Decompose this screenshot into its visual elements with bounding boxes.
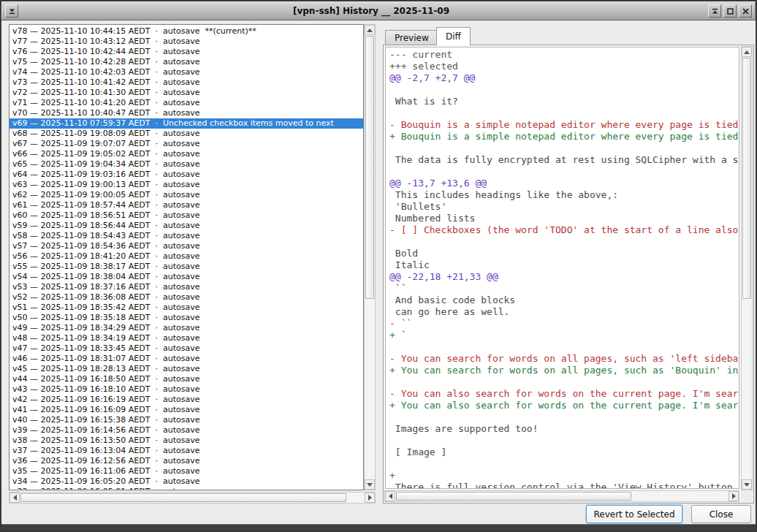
version-list-item-label: v36 — 2025-11-09 16:12:56 AEDT · autosav… [12,456,199,466]
diff-line-text: What is it? [389,96,458,107]
version-list-item[interactable]: v53 — 2025-11-09 18:37:16 AEDT · autosav… [9,282,363,292]
version-list-item[interactable]: v39 — 2025-11-09 16:14:56 AEDT · autosav… [9,425,363,436]
version-list-item[interactable]: v47 — 2025-11-09 18:33:45 AEDT · autosav… [9,343,363,354]
diff-line: + You can also search for words on the c… [389,400,739,411]
history-scroll-left-button[interactable] [9,493,20,503]
revert-to-selected-button[interactable]: Revert to Selected [586,505,682,523]
history-hscroll-thumb[interactable] [20,493,346,502]
version-list-item[interactable]: v72 — 2025-11-10 10:41:30 AEDT · autosav… [9,88,363,98]
version-list-item[interactable]: v35 — 2025-11-09 16:11:06 AEDT · autosav… [9,466,363,476]
diff-line-text: can go here as well. [389,306,509,317]
version-list-item[interactable]: v68 — 2025-11-09 19:08:09 AEDT · autosav… [9,129,363,139]
diff-line-text: - You can search for words on all pages,… [389,353,738,364]
diff-line-text: This includes headings like the above,: [389,189,618,200]
history-vscrollbar[interactable] [364,24,376,490]
scroll-up-icon [744,50,750,54]
shade-button[interactable] [708,4,721,18]
version-list-item[interactable]: v69 — 2025-11-10 07:59:37 AEDT · Uncheck… [9,118,363,129]
version-list-item[interactable]: v51 — 2025-11-09 18:35:42 AEDT · autosav… [9,303,363,313]
close-button[interactable] [739,4,752,18]
version-list-item[interactable]: v33 — 2025-11-09 16:05:01 AEDT · autosav… [9,487,363,490]
diff-line: Italic [389,259,739,271]
close-dialog-button[interactable]: Close [691,505,751,523]
version-list-item[interactable]: v40 — 2025-11-09 16:15:38 AEDT · autosav… [9,415,363,425]
version-list-item[interactable]: v67 — 2025-11-09 19:07:07 AEDT · autosav… [9,139,363,149]
diff-scroll-up-button[interactable] [742,47,752,57]
version-list[interactable]: v78 — 2025-11-10 10:44:15 AEDT · autosav… [9,24,364,490]
diff-line [389,84,739,96]
diff-scroll-left-button[interactable] [385,491,395,501]
version-list-item[interactable]: v61 — 2025-11-09 18:57:44 AEDT · autosav… [9,200,363,210]
diff-view[interactable]: --- current+++ selected@@ -2,7 +2,7 @@ W… [385,47,739,489]
diff-line-text: And basic code blocks [389,294,515,305]
version-list-item[interactable]: v64 — 2025-11-09 19:03:16 AEDT · autosav… [9,170,363,180]
version-list-item[interactable]: v50 — 2025-11-09 18:35:18 AEDT · autosav… [9,313,363,323]
diff-scroll-down-button[interactable] [742,479,752,490]
version-list-item[interactable]: v60 — 2025-11-09 18:56:51 AEDT · autosav… [9,210,363,221]
version-list-item[interactable]: v62 — 2025-11-09 19:00:05 AEDT · autosav… [9,190,363,200]
diff-line: [ Image ] [389,446,739,458]
version-list-item[interactable]: v34 — 2025-11-09 16:05:20 AEDT · autosav… [9,476,363,487]
version-list-item[interactable]: v73 — 2025-11-10 10:41:42 AEDT · autosav… [9,77,363,88]
diff-line-text: @@ -22,18 +21,33 @@ [389,271,498,282]
history-scroll-right-button[interactable] [365,493,375,503]
diff-line: Images are supported too! [389,423,739,435]
version-list-item[interactable]: v66 — 2025-11-09 19:05:02 AEDT · autosav… [9,149,363,159]
version-list-item[interactable]: v41 — 2025-11-09 16:16:09 AEDT · autosav… [9,405,363,415]
diff-hscroll-thumb[interactable] [396,492,631,501]
close-icon [742,7,750,15]
diff-hscrollbar[interactable] [384,490,739,502]
version-list-item[interactable]: v44 — 2025-11-09 16:18:50 AEDT · autosav… [9,374,363,384]
version-list-item[interactable]: v42 — 2025-11-09 16:16:19 AEDT · autosav… [9,395,363,405]
history-hscrollbar[interactable] [9,492,376,503]
diff-tab-panel: --- current+++ selected@@ -2,7 +2,7 @@ W… [383,45,754,503]
version-list-item[interactable]: v65 — 2025-11-09 19:04:34 AEDT · autosav… [9,159,363,170]
version-list-item[interactable]: v43 — 2025-11-09 16:18:10 AEDT · autosav… [9,384,363,395]
diff-vscroll-thumb[interactable] [742,58,751,299]
version-list-item[interactable]: v75 — 2025-11-10 10:42:28 AEDT · autosav… [9,57,363,67]
history-vscroll-thumb[interactable] [365,36,374,299]
scrollbar-corner [741,490,753,502]
diff-line: +++ selected [389,61,739,72]
history-scroll-down-button[interactable] [365,479,375,490]
history-scroll-up-button[interactable] [365,25,375,35]
version-list-item[interactable]: v77 — 2025-11-10 10:43:12 AEDT · autosav… [9,37,363,47]
version-list-item[interactable]: v57 — 2025-11-09 18:54:36 AEDT · autosav… [9,241,363,251]
version-list-item[interactable]: v54 — 2025-11-09 18:38:04 AEDT · autosav… [9,272,363,282]
version-list-item-label: v45 — 2025-11-09 18:28:13 AEDT · autosav… [12,364,199,373]
tab-preview[interactable]: Preview [385,30,438,45]
version-list-item[interactable]: v37 — 2025-11-09 16:13:04 AEDT · autosav… [9,446,363,456]
version-list-item[interactable]: v52 — 2025-11-09 18:36:08 AEDT · autosav… [9,292,363,303]
version-list-item[interactable]: v55 — 2025-11-09 18:38:17 AEDT · autosav… [9,262,363,272]
diff-line [389,166,739,178]
diff-vscrollbar[interactable] [741,46,753,490]
tab-diff[interactable]: Diff [436,27,471,45]
version-list-item[interactable]: v49 — 2025-11-09 18:34:29 AEDT · autosav… [9,323,363,333]
diff-line: And basic code blocks [389,294,739,306]
window-bottom-border [1,524,756,531]
version-list-item[interactable]: v45 — 2025-11-09 18:28:13 AEDT · autosav… [9,364,363,374]
version-list-item[interactable]: v74 — 2025-11-10 10:42:03 AEDT · autosav… [9,67,363,77]
version-list-item-label: v64 — 2025-11-09 19:03:16 AEDT · autosav… [12,170,199,179]
version-list-item[interactable]: v46 — 2025-11-09 18:31:07 AEDT · autosav… [9,354,363,364]
scroll-down-icon [367,483,373,487]
version-list-item[interactable]: v48 — 2025-11-09 18:34:19 AEDT · autosav… [9,333,363,343]
version-list-item-label: v41 — 2025-11-09 16:16:09 AEDT · autosav… [12,405,199,414]
version-list-item[interactable]: v70 — 2025-11-10 10:40:47 AEDT · autosav… [9,108,363,118]
maximize-button[interactable] [723,4,737,18]
version-list-item[interactable]: v63 — 2025-11-09 19:00:13 AEDT · autosav… [9,180,363,190]
version-list-item[interactable]: v38 — 2025-11-09 16:13:50 AEDT · autosav… [9,436,363,446]
diff-line: - [ ] Checkboxes (the word 'TODO' at the… [389,224,739,236]
diff-line-text: @@ -13,7 +13,6 @@ [389,178,487,189]
version-list-item[interactable]: v58 — 2025-11-09 18:54:43 AEDT · autosav… [9,231,363,241]
version-list-item[interactable]: v71 — 2025-11-10 10:41:20 AEDT · autosav… [9,98,363,108]
version-list-item[interactable]: v36 — 2025-11-09 16:12:56 AEDT · autosav… [9,456,363,466]
version-list-item[interactable]: v56 — 2025-11-09 18:41:20 AEDT · autosav… [9,251,363,262]
version-list-item[interactable]: v76 — 2025-11-10 10:42:44 AEDT · autosav… [9,47,363,57]
diff-line [389,236,739,248]
diff-scroll-right-button[interactable] [729,491,739,501]
version-list-item[interactable]: v59 — 2025-11-09 18:56:44 AEDT · autosav… [9,221,363,231]
window-menu-button[interactable] [5,4,18,18]
version-list-item[interactable]: v78 — 2025-11-10 10:44:15 AEDT · autosav… [9,26,363,37]
version-list-item-label: v40 — 2025-11-09 16:15:38 AEDT · autosav… [12,415,199,425]
